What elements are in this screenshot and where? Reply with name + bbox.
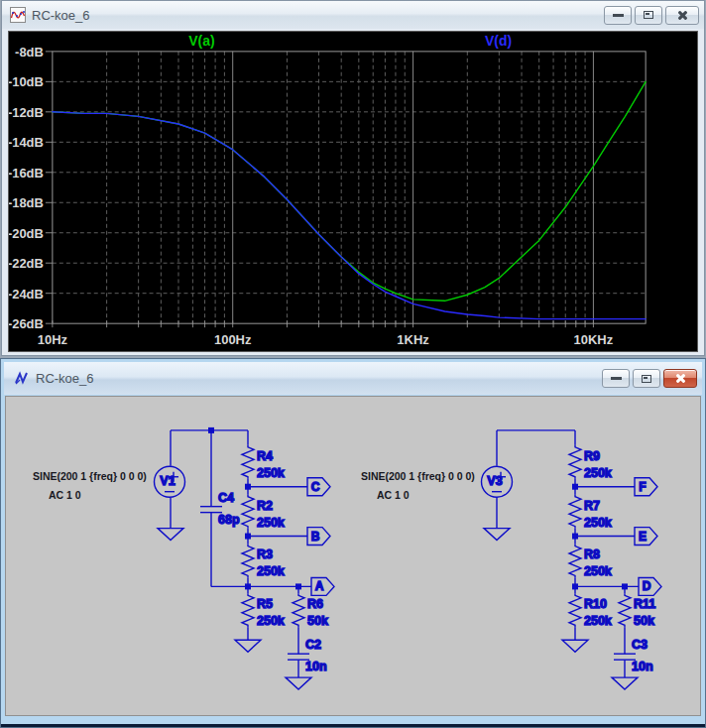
close-icon bbox=[674, 373, 687, 384]
resistor-R9[interactable]: R9250k bbox=[569, 445, 612, 480]
trace-name-V(a)[interactable]: V(a) bbox=[188, 33, 214, 49]
plot-client-area[interactable]: -8dB-10dB-12dB-14dB-16dB-18dB-20dB-22dB-… bbox=[8, 31, 698, 352]
resistor-R4-label: R4 bbox=[257, 449, 273, 463]
junction-dot bbox=[622, 583, 628, 589]
restore-icon bbox=[642, 375, 651, 383]
x-axis-label: 10Hz bbox=[38, 332, 67, 347]
net-flag-F[interactable]: F bbox=[635, 478, 657, 496]
schematic-titlebar[interactable]: RC-koe_6 bbox=[4, 362, 702, 395]
ground-symbol[interactable] bbox=[612, 677, 638, 689]
resistor-R5-value: 250k bbox=[257, 614, 285, 628]
junction-dot bbox=[208, 427, 214, 433]
resistor-R6[interactable]: R650k bbox=[293, 593, 328, 628]
resistor-R4-value: 250k bbox=[257, 466, 285, 480]
junction-dot bbox=[245, 583, 251, 589]
spice-directive-left_ac: AC 1 0 bbox=[49, 490, 81, 501]
resistor-R11-value: 50k bbox=[634, 614, 654, 628]
capacitor-C2-label: C2 bbox=[305, 638, 321, 652]
spice-directive-left_sine: SINE(200 1 {freq} 0 0 0) bbox=[33, 471, 147, 482]
x-axis-label: 10KHz bbox=[574, 332, 614, 347]
resistor-R3[interactable]: R3250k bbox=[242, 545, 285, 579]
schematic-icon[interactable] bbox=[14, 371, 30, 387]
spice-directive-right_sine: SINE(200 1 {freq} 0 0 0) bbox=[361, 471, 475, 482]
y-axis-label: -18dB bbox=[9, 195, 44, 210]
voltage-source-V3-label: V3 bbox=[487, 474, 502, 488]
resistor-R7[interactable]: R7250k bbox=[569, 495, 612, 530]
schematic-window-title: RC-koe_6 bbox=[36, 371, 94, 386]
net-flag-B[interactable]: B bbox=[307, 528, 330, 546]
trace-name-V(d)[interactable]: V(d) bbox=[485, 33, 512, 49]
y-axis-label: -26dB bbox=[9, 316, 44, 331]
trace-V(d) bbox=[53, 112, 646, 319]
schematic-window-controls bbox=[599, 369, 697, 388]
capacitor-C4-value: 68p bbox=[218, 513, 240, 527]
resistor-R8-value: 250k bbox=[584, 564, 612, 578]
junction-dot bbox=[572, 583, 578, 589]
restore-button[interactable] bbox=[633, 369, 660, 388]
minimize-icon bbox=[611, 377, 622, 380]
resistor-R8[interactable]: R8250k bbox=[569, 545, 612, 579]
waveform-icon[interactable] bbox=[10, 7, 26, 23]
close-icon bbox=[676, 10, 689, 21]
resistor-R5[interactable]: R5250k bbox=[242, 593, 285, 628]
resistor-R11[interactable]: R1150k bbox=[619, 593, 655, 628]
resistor-R2-value: 250k bbox=[257, 516, 285, 530]
y-axis-label: -16dB bbox=[9, 166, 44, 181]
close-button[interactable] bbox=[665, 6, 699, 25]
resistor-R3-label: R3 bbox=[257, 548, 273, 562]
resistor-R5-label: R5 bbox=[257, 597, 273, 611]
junction-dot bbox=[572, 534, 578, 540]
minimize-button[interactable] bbox=[604, 6, 632, 25]
schematic-window: RC-koe_6 R4250kR2250kR3250kR5250kR650kR9… bbox=[0, 358, 706, 728]
resistor-R6-value: 50k bbox=[307, 614, 328, 628]
x-axis-label: 1KHz bbox=[397, 332, 428, 347]
net-flag-C[interactable]: C bbox=[307, 478, 330, 496]
resistor-R4[interactable]: R4250k bbox=[242, 445, 285, 480]
net-flag-E[interactable]: E bbox=[635, 528, 657, 546]
resistor-R10-value: 250k bbox=[584, 614, 612, 628]
close-button[interactable] bbox=[663, 369, 697, 388]
capacitor-C4-label: C4 bbox=[218, 491, 234, 505]
resistor-R10-label: R10 bbox=[584, 597, 607, 611]
x-axis-label: 100Hz bbox=[214, 332, 251, 347]
y-axis-label: -10dB bbox=[9, 74, 44, 89]
schematic-canvas[interactable]: R4250kR2250kR3250kR5250kR650kR9250kR7250… bbox=[5, 396, 701, 716]
resistor-R9-value: 250k bbox=[584, 466, 612, 480]
minimize-button[interactable] bbox=[602, 369, 630, 388]
capacitor-C3-label: C3 bbox=[632, 638, 647, 652]
ground-symbol[interactable] bbox=[286, 677, 311, 689]
capacitor-C2-value: 10n bbox=[305, 660, 327, 673]
net-flag-B-label: B bbox=[311, 530, 320, 544]
junction-dot bbox=[295, 583, 301, 589]
y-axis-label: -24dB bbox=[9, 287, 44, 302]
minimize-icon bbox=[613, 14, 624, 17]
net-flag-C-label: C bbox=[311, 480, 320, 494]
capacitor-C3[interactable]: C310n bbox=[614, 638, 653, 673]
plot-frame bbox=[53, 52, 646, 323]
capacitor-C4[interactable]: C468p bbox=[200, 491, 240, 527]
grid-major bbox=[46, 52, 594, 327]
y-axis-label: -22dB bbox=[9, 256, 44, 271]
net-flag-A[interactable]: A bbox=[311, 577, 334, 595]
plot-titlebar[interactable]: RC-koe_6 bbox=[2, 1, 704, 29]
ground-symbol[interactable] bbox=[158, 529, 183, 541]
junction-dot bbox=[245, 484, 251, 490]
net-flag-D[interactable]: D bbox=[639, 577, 661, 595]
resistor-R11-label: R11 bbox=[634, 597, 655, 611]
ground-symbol[interactable] bbox=[484, 529, 510, 541]
resistor-R10[interactable]: R10250k bbox=[569, 593, 612, 628]
voltage-source-V3[interactable]: V3 bbox=[482, 466, 513, 497]
voltage-source-V1[interactable]: V1 bbox=[155, 466, 185, 497]
resistor-R8-label: R8 bbox=[584, 548, 600, 562]
ground-symbol[interactable] bbox=[562, 640, 588, 652]
window-bottom-edge bbox=[1, 724, 705, 727]
schematic-svg[interactable]: R4250kR2250kR3250kR5250kR650kR9250kR7250… bbox=[6, 397, 700, 715]
capacitor-C2[interactable]: C210n bbox=[288, 638, 327, 673]
junction-dot bbox=[572, 484, 578, 490]
plot-svg[interactable]: -8dB-10dB-12dB-14dB-16dB-18dB-20dB-22dB-… bbox=[9, 32, 697, 351]
junction-dot bbox=[245, 534, 251, 540]
ground-symbol[interactable] bbox=[235, 640, 261, 652]
voltage-source-V1-label: V1 bbox=[160, 474, 175, 488]
resistor-R2[interactable]: R2250k bbox=[242, 495, 285, 530]
restore-button[interactable] bbox=[635, 6, 662, 25]
